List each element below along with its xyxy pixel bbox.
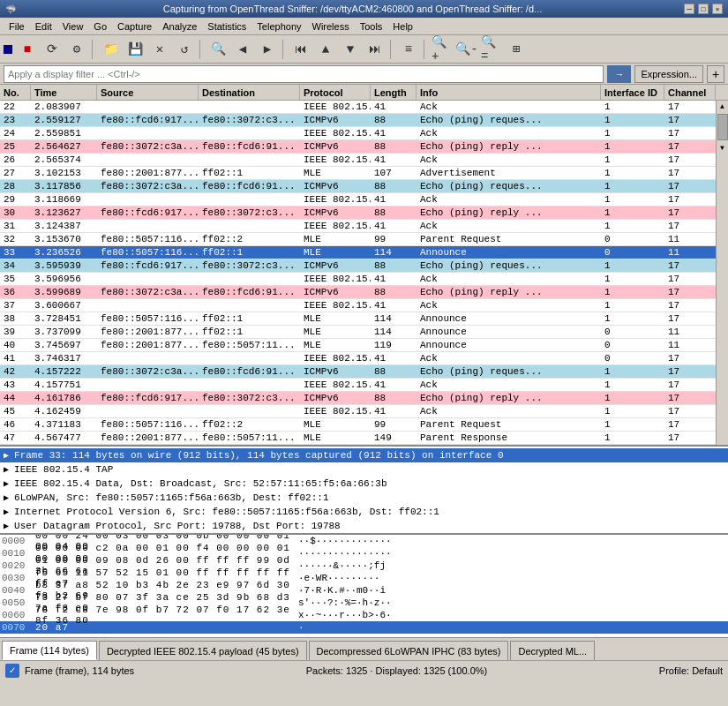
save-btn[interactable]: 💾 [124, 38, 146, 61]
back-btn[interactable]: ◀ [231, 38, 254, 61]
detail-ieee-data[interactable]: ▶ IEEE 802.15.4 Data, Dst: Broadcast, Sr… [0, 477, 728, 491]
table-row[interactable]: 323.153670fe80::5057:116...ff02::2MLE99P… [0, 233, 716, 246]
table-row[interactable]: 242.559851IEEE 802.15.441Ack117 [0, 127, 716, 140]
cell-chan: 17 [664, 101, 716, 112]
first-pkt-btn[interactable]: ⏮ [289, 38, 312, 61]
options-btn[interactable]: ⚙ [65, 38, 88, 61]
menu-telephony[interactable]: Telephony [251, 19, 306, 34]
open-btn[interactable]: 📁 [99, 38, 122, 61]
table-row[interactable]: 313.124387IEEE 802.15.441Ack117 [0, 220, 716, 233]
table-row[interactable]: 283.117856fe80::3072:c3a...fe80::fcd6:91… [0, 180, 716, 193]
detail-ipv6[interactable]: ▶ Internet Protocol Version 6, Src: fe80… [0, 505, 728, 519]
cell-proto: MLE [300, 419, 371, 430]
menu-statistics[interactable]: Statistics [202, 19, 251, 34]
cell-iface: 1 [601, 101, 664, 112]
table-row[interactable]: 273.102153fe80::2001:877...ff02::1MLE107… [0, 167, 716, 180]
cell-proto: IEEE 802.15.4 [300, 194, 371, 205]
minimize-btn[interactable]: ─ [684, 4, 694, 14]
cell-len: 41 [371, 221, 417, 231]
packet-list-scrollbar[interactable]: ▲ ▼ [716, 101, 728, 445]
fwd-btn[interactable]: ▶ [256, 38, 279, 61]
zoom-out-btn[interactable]: 🔍- [455, 38, 478, 61]
next-pkt-btn[interactable]: ▼ [339, 38, 362, 61]
colorize-btn[interactable]: ≡ [397, 38, 420, 61]
cell-proto: MLE [300, 313, 371, 324]
menu-help[interactable]: Help [387, 19, 418, 34]
cell-iface: 1 [601, 128, 664, 139]
packet-list: No. Time Source Destination Protocol Len… [0, 85, 728, 445]
add-filter-btn[interactable]: + [707, 65, 724, 83]
stop-btn[interactable]: ■ [16, 38, 39, 61]
cell-chan: 17 [664, 141, 716, 152]
table-row[interactable]: 434.157751IEEE 802.15.441Ack117 [0, 379, 716, 392]
menu-capture[interactable]: Capture [112, 19, 157, 34]
menu-wireless[interactable]: Wireless [307, 19, 355, 34]
zoom-in-btn[interactable]: 🔍+ [431, 38, 454, 61]
table-row[interactable]: 232.559127fe80::fcd6:917...fe80::3072:c3… [0, 114, 716, 127]
detail-6lowpan[interactable]: ▶ 6LoWPAN, Src: fe80::5057:1165:f56a:663… [0, 491, 728, 505]
reload-btn[interactable]: ⟳ [41, 38, 64, 61]
table-row[interactable]: 333.236526fe80::5057:116...ff02::1MLE114… [0, 246, 716, 259]
tab-decrypted-ieee[interactable]: Decrypted IEEE 802.15.4 payload (45 byte… [99, 641, 307, 660]
table-row[interactable]: 353.596956IEEE 802.15.441Ack117 [0, 273, 716, 286]
tab-frame[interactable]: Frame (114 bytes) [2, 641, 97, 660]
expand-frame-icon: ▶ [4, 450, 9, 461]
cell-iface: 1 [601, 300, 664, 311]
tab-decompressed-6lowpan[interactable]: Decompressed 6LoWPAN IPHC (83 bytes) [309, 641, 509, 660]
close-btn[interactable]: × [712, 4, 723, 14]
profile-info: Profile: Default [659, 665, 723, 676]
table-row[interactable]: 383.728451fe80::5057:116...ff02::1MLE114… [0, 312, 716, 326]
table-row[interactable]: 373.600667IEEE 802.15.441Ack117 [0, 299, 716, 312]
menu-analyze[interactable]: Analyze [157, 19, 202, 34]
display-filter-input[interactable] [4, 65, 604, 83]
cell-time: 2.083907 [31, 101, 97, 112]
table-row[interactable]: 403.745697fe80::2001:877...fe80::5057:11… [0, 339, 716, 352]
scroll-thumb[interactable] [717, 114, 728, 140]
find-btn[interactable]: 🔍 [206, 38, 229, 61]
table-row[interactable]: 293.118669IEEE 802.15.441Ack117 [0, 193, 716, 207]
detail-ieee-tap[interactable]: ▶ IEEE 802.15.4 TAP [0, 462, 728, 477]
menu-go[interactable]: Go [88, 19, 112, 34]
zoom-reset-btn[interactable]: 🔍= [480, 38, 503, 61]
table-row[interactable]: 303.123627fe80::fcd6:917...fe80::3072:c3… [0, 207, 716, 220]
reload-file-btn[interactable]: ↺ [173, 38, 196, 61]
prev-pkt-btn[interactable]: ▲ [314, 38, 337, 61]
menu-view[interactable]: View [57, 19, 89, 34]
cell-chan: 17 [664, 432, 716, 443]
close-capture-btn[interactable]: ✕ [148, 38, 171, 61]
detail-frame-row[interactable]: ▶ Frame 33: 114 bytes on wire (912 bits)… [0, 448, 728, 462]
table-row[interactable]: 464.371183fe80::5057:116...ff02::2MLE99P… [0, 418, 716, 432]
table-row[interactable]: 413.746317IEEE 802.15.441Ack017 [0, 352, 716, 365]
table-row[interactable]: 393.737099fe80::2001:877...ff02::1MLE114… [0, 326, 716, 339]
scroll-down-arrow[interactable]: ▼ [718, 142, 726, 154]
maximize-btn[interactable]: □ [698, 4, 709, 14]
col-info: Info [417, 85, 601, 100]
cell-info: Ack [417, 128, 601, 139]
tab-decrypted-ml[interactable]: Decrypted ML... [510, 641, 595, 660]
table-row[interactable]: 363.599689fe80::3072:c3a...fe80::fcd6:91… [0, 286, 716, 299]
filter-apply-btn[interactable]: → [607, 65, 631, 83]
cell-iface: 1 [601, 207, 664, 218]
detail-udp[interactable]: ▶ User Datagram Protocol, Src Port: 1978… [0, 519, 728, 533]
table-row[interactable]: 454.162459IEEE 802.15.441Ack117 [0, 405, 716, 418]
table-row[interactable]: 424.157222fe80::3072:c3a...fe80::fcd6:91… [0, 365, 716, 379]
cell-no: 24 [0, 128, 31, 139]
last-pkt-btn[interactable]: ⏭ [364, 38, 387, 61]
cell-chan: 17 [664, 406, 716, 417]
table-row[interactable]: 343.595939fe80::fcd6:917...fe80::3072:c3… [0, 259, 716, 273]
scroll-up-arrow[interactable]: ▲ [718, 101, 726, 112]
hex-row: 007020 a7 · [0, 621, 728, 634]
window-controls: ─ □ × [684, 4, 723, 14]
table-row[interactable]: 262.565374IEEE 802.15.441Ack117 [0, 154, 716, 167]
table-row[interactable]: 222.083907IEEE 802.15.441Ack117 [0, 101, 716, 114]
expression-btn[interactable]: Expression... [634, 65, 703, 83]
table-row[interactable]: 252.564627fe80::3072:c3a...fe80::fcd6:91… [0, 140, 716, 154]
hex-ascii: x··~···r···b>·6· [298, 610, 392, 620]
resize-btn[interactable]: ⊞ [505, 38, 528, 61]
menu-edit[interactable]: Edit [30, 19, 57, 34]
menu-file[interactable]: File [4, 19, 30, 34]
cell-info: Ack [417, 221, 601, 231]
table-row[interactable]: 444.161786fe80::fcd6:917...fe80::3072:c3… [0, 392, 716, 405]
table-row[interactable]: 474.567477fe80::2001:877...fe80::5057:11… [0, 432, 716, 445]
menu-tools[interactable]: Tools [355, 19, 388, 34]
